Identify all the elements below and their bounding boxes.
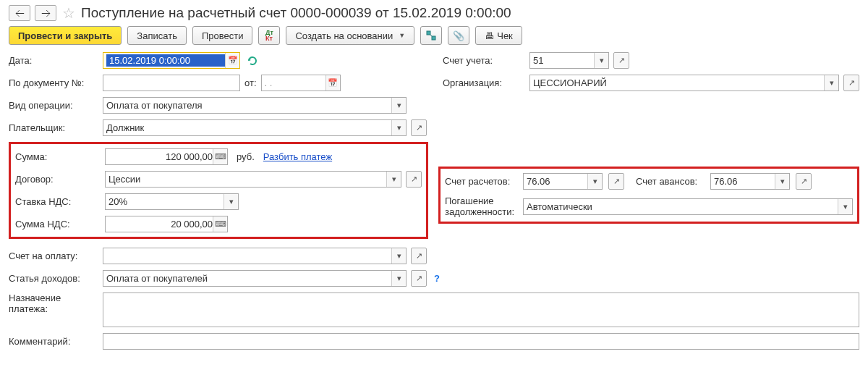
relations-button[interactable] [420, 26, 442, 45]
calculator-icon[interactable]: ⌨ [213, 149, 227, 164]
income-value: Оплата от покупателей [106, 273, 391, 284]
chevron-down-icon[interactable]: ▾ [838, 199, 852, 214]
invoice-label: Счет на оплату: [9, 251, 88, 261]
dt-kt-icon: ДтКт [265, 30, 273, 41]
optype-label: Вид операции: [9, 100, 88, 111]
optype-input[interactable]: Оплата от покупателя ▾ [103, 97, 407, 114]
income-label: Статья доходов: [9, 273, 88, 284]
open-invoice-button[interactable]: ↗ [411, 248, 427, 264]
page-title: Поступление на расчетный счет 0000-00003… [81, 5, 511, 21]
nav-forward-button[interactable]: 🡢 [35, 5, 56, 21]
advance-account-input[interactable]: 76.06 ▾ [710, 173, 790, 190]
split-payment-link[interactable]: Разбить платеж [263, 151, 332, 162]
post-button[interactable]: Провести [192, 26, 253, 45]
organization-input[interactable]: ЦЕССИОНАРИЙ ▾ [529, 75, 839, 91]
chevron-down-icon[interactable]: ▾ [775, 174, 789, 189]
debt-repay-value: Автоматически [527, 201, 838, 212]
calc-account-label: Счет расчетов: [445, 176, 517, 187]
open-income-button[interactable]: ↗ [411, 270, 427, 287]
purpose-label: Назначение платежа: [9, 292, 88, 314]
vatsum-input[interactable]: 20 000,00 ⌨ [105, 216, 228, 232]
calc-account-input[interactable]: 76.06 ▾ [523, 173, 603, 190]
docno-input[interactable] [103, 75, 240, 91]
dt-kt-button[interactable]: ДтКт [258, 26, 280, 45]
payer-input[interactable]: Должник ▾ [103, 119, 407, 136]
open-advance-account-button[interactable]: ↗ [796, 173, 812, 190]
from-label: от: [244, 77, 257, 88]
refresh-icon[interactable] [244, 52, 260, 69]
calendar-icon[interactable]: 📅 [225, 53, 239, 68]
debt-repay-input[interactable]: Автоматически ▾ [523, 198, 853, 215]
chevron-down-icon[interactable]: ▾ [391, 271, 406, 286]
vatrate-value: 20% [109, 196, 224, 207]
open-payer-button[interactable]: ↗ [411, 119, 427, 136]
calc-account-value: 76.06 [527, 176, 587, 187]
optype-value: Оплата от покупателя [106, 100, 391, 111]
vatsum-value: 20 000,00 [109, 219, 213, 230]
chevron-down-icon[interactable]: ▾ [824, 75, 838, 91]
account-input[interactable]: 51 ▾ [529, 52, 609, 69]
chevron-down-icon[interactable]: ▾ [386, 172, 401, 187]
income-input[interactable]: Оплата от покупателей ▾ [103, 270, 407, 287]
calculator-icon[interactable]: ⌨ [213, 216, 227, 232]
debt-repay-label: Погашение задолженности: [445, 195, 517, 217]
sum-value: 120 000,00 [109, 151, 213, 162]
advance-account-value: 76.06 [714, 176, 775, 187]
save-button[interactable]: Записать [127, 26, 187, 45]
invoice-input[interactable]: ▾ [103, 248, 407, 264]
open-calc-account-button[interactable]: ↗ [608, 173, 624, 190]
sum-input[interactable]: 120 000,00 ⌨ [105, 148, 228, 165]
comment-input[interactable] [103, 333, 859, 350]
chevron-down-icon: ▼ [399, 32, 405, 39]
nav-back-button[interactable]: 🡠 [9, 5, 30, 21]
date-value: 15.02.2019 0:00:00 [106, 54, 225, 67]
chevron-down-icon[interactable]: ▾ [391, 120, 406, 135]
open-contract-button[interactable]: ↗ [406, 171, 422, 188]
account-label: Счет учета: [443, 55, 515, 66]
from-placeholder: . . [265, 77, 326, 88]
open-organization-button[interactable]: ↗ [843, 75, 859, 91]
sum-label: Сумма: [15, 151, 90, 162]
vatrate-label: Ставка НДС: [15, 196, 90, 207]
favorite-icon[interactable]: ☆ [62, 4, 75, 22]
chevron-down-icon[interactable]: ▾ [391, 248, 406, 264]
svg-rect-0 [427, 31, 430, 35]
comment-label: Комментарий: [9, 336, 88, 347]
check-button[interactable]: 🖶 Чек [475, 26, 522, 45]
currency-label: руб. [237, 151, 255, 162]
printer-icon: 🖶 [485, 30, 494, 41]
advance-account-label: Счет авансов: [636, 176, 705, 187]
docno-label: По документу №: [9, 77, 88, 88]
svg-line-2 [430, 35, 432, 36]
contract-input[interactable]: Цессии ▾ [105, 171, 401, 188]
date-input[interactable]: 15.02.2019 0:00:00 📅 [103, 52, 240, 69]
relations-icon [426, 30, 436, 41]
vatrate-input[interactable]: 20% ▾ [105, 193, 239, 210]
purpose-textarea[interactable] [103, 292, 859, 327]
check-label: Чек [497, 30, 513, 41]
chevron-down-icon[interactable]: ▾ [224, 194, 238, 209]
calendar-icon[interactable]: 📅 [326, 75, 340, 91]
organization-label: Организация: [443, 77, 515, 88]
chevron-down-icon[interactable]: ▾ [587, 174, 602, 189]
svg-rect-1 [432, 36, 435, 40]
chevron-down-icon[interactable]: ▾ [594, 53, 608, 68]
account-value: 51 [533, 55, 594, 66]
payer-label: Плательщик: [9, 122, 88, 133]
help-icon[interactable]: ? [434, 273, 440, 284]
attachments-button[interactable]: 📎 [448, 26, 469, 45]
open-account-button[interactable]: ↗ [613, 52, 629, 69]
contract-value: Цессии [109, 174, 386, 185]
date-label: Дата: [9, 55, 88, 66]
chevron-down-icon[interactable]: ▾ [391, 98, 406, 113]
post-and-close-button[interactable]: Провести и закрыть [9, 26, 122, 45]
contract-label: Договор: [15, 174, 90, 185]
vatsum-label: Сумма НДС: [15, 219, 90, 230]
payer-value: Должник [106, 122, 391, 133]
organization-value: ЦЕССИОНАРИЙ [533, 77, 824, 88]
paperclip-icon: 📎 [453, 30, 464, 41]
create-based-button[interactable]: Создать на основании ▼ [286, 26, 414, 45]
from-date-input[interactable]: . . 📅 [261, 75, 341, 91]
create-based-label: Создать на основании [295, 30, 393, 41]
